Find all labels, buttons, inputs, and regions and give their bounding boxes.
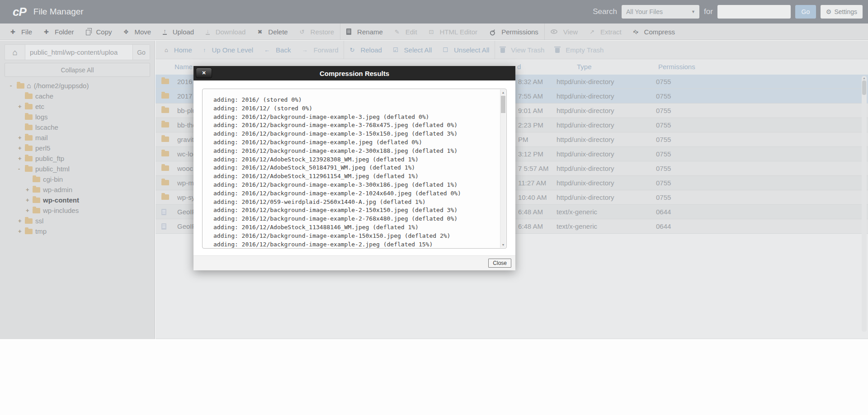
tree-item-label: tmp [35, 227, 47, 235]
tree-item[interactable]: + etc [0, 101, 155, 112]
tree-item[interactable]: + ssl [0, 216, 155, 226]
folder-icon [25, 229, 33, 234]
home-icon: ⌂ [165, 47, 168, 53]
column-permissions[interactable]: Permissions [658, 63, 695, 71]
settings-button[interactable]: ⚙Settings [821, 5, 863, 19]
nav-button-label: Back [276, 46, 291, 54]
collapse-all-button[interactable]: Collapse All [5, 63, 150, 77]
path-input[interactable] [25, 44, 133, 60]
file-type-value: httpd/unix-directory [557, 193, 614, 201]
toolbar-button-label: Folder [55, 28, 74, 36]
close-icon[interactable]: ✕ [196, 68, 212, 78]
tree-expander-icon[interactable]: + [18, 228, 25, 235]
column-last-modified-remnant[interactable]: d [517, 63, 521, 71]
toolbar-button[interactable]: ✚ Folder [38, 24, 80, 40]
log-scrollbar[interactable]: ▲ ▼ [500, 90, 506, 248]
scrollbar-thumb[interactable] [862, 80, 866, 95]
tree-item-icons [25, 229, 33, 234]
tree-expander-icon[interactable]: + [26, 197, 33, 203]
nav-button[interactable]: ← Back [259, 41, 296, 59]
tree-item[interactable]: + mail [0, 132, 155, 143]
path-go-button[interactable]: Go [133, 44, 150, 60]
tree-item[interactable]: + perl5 [0, 143, 155, 153]
scroll-up-icon[interactable]: ▲ [863, 76, 866, 80]
permissions-value: 0755 [656, 121, 671, 129]
tree-expander-icon[interactable]: - [10, 82, 17, 89]
tree-item[interactable]: - public_html [0, 164, 155, 174]
file-type-value: httpd/unix-directory [557, 121, 614, 129]
tree-item-label: wp-admin [43, 186, 72, 193]
toolbar-button[interactable]: ↓ Download [200, 24, 251, 40]
nav-button[interactable]: ↻ Reload [344, 41, 387, 59]
tree-item[interactable]: + wp-content [0, 195, 155, 205]
forward-icon: → [302, 47, 307, 53]
toolbar-button-label: Delete [268, 28, 288, 36]
tree-expander-icon[interactable]: + [18, 103, 25, 110]
column-type[interactable]: Type [577, 63, 592, 71]
scroll-up-icon[interactable]: ▲ [500, 90, 506, 95]
modal-footer: Close [193, 255, 515, 270]
toolbar-button[interactable]: View [544, 24, 584, 40]
toolbar-button[interactable]: Rename [340, 24, 389, 40]
search-scope-value: All Your Files [626, 8, 663, 15]
tree-item[interactable]: + public_ftp [0, 153, 155, 164]
log-line: adding: 2016/12/background-image-example… [213, 189, 506, 198]
toolbar-button[interactable]: ✎ Edit [389, 24, 423, 40]
nav-button[interactable]: → Forward [296, 41, 344, 59]
tree-expander-icon[interactable]: + [18, 217, 25, 224]
toolbar-button[interactable]: ↗ Extract [584, 24, 627, 40]
toolbar-button[interactable]: Copy [80, 24, 118, 40]
log-line: adding: 2016/ (stored 0%) [213, 96, 506, 104]
row-icon [161, 223, 166, 230]
scrollbar-thumb[interactable] [501, 96, 505, 113]
toolbar-button[interactable]: ↑ Upload [157, 24, 200, 40]
toolbar-button[interactable]: ✖ Delete [251, 24, 293, 40]
nav-button-label: Forward [313, 46, 338, 54]
log-line: adding: 2016/12/AdobeStock_113488146_WM.… [213, 223, 506, 232]
tree-item[interactable]: + wp-admin [0, 184, 155, 195]
up-icon: ↑ [203, 47, 206, 53]
toolbar-button[interactable]: ↺ Restore [294, 24, 340, 40]
row-icon [161, 165, 169, 171]
close-button[interactable]: Close [488, 259, 511, 268]
toolbar-button-icon [86, 28, 90, 35]
tree-item[interactable]: - ⌂ (/home2/guppsdo) [0, 80, 155, 91]
toolbar-button-icon: ✖ [257, 29, 262, 35]
plus-icon: ✚ [10, 29, 15, 35]
nav-button[interactable]: ↑ Up One Level [198, 41, 259, 59]
tree-expander-icon[interactable]: + [18, 134, 25, 141]
search-go-button[interactable]: Go [795, 5, 816, 19]
tree-item[interactable]: + tmp [0, 226, 155, 236]
nav-button[interactable]: ⌂ Home [159, 41, 198, 59]
toolbar-button[interactable]: Permissions [483, 24, 544, 40]
nav-button[interactable]: View Trash [495, 41, 550, 59]
tree-item[interactable]: lscache [0, 122, 155, 132]
folder-icon [25, 156, 33, 161]
search-scope-select[interactable]: All Your Files ▼ [622, 5, 699, 19]
tree-item-icons [33, 187, 40, 193]
tree-item[interactable]: + wp-includes [0, 205, 155, 216]
tree-item[interactable]: cache [0, 91, 155, 101]
toolbar-button[interactable]: ⇄ Compress [627, 24, 681, 40]
toolbar-button[interactable]: ✥ Move [118, 24, 157, 40]
toolbar-button[interactable]: ✚ File [5, 24, 38, 40]
search-input[interactable] [717, 5, 791, 19]
tree-expander-icon[interactable]: + [26, 207, 33, 214]
toolbar-button[interactable]: ⊡ HTML Editor [423, 24, 484, 40]
nav-button[interactable]: ☐ Unselect All [437, 41, 495, 59]
tree-expander-icon[interactable]: + [18, 155, 25, 162]
chevron-down-icon: ▼ [691, 9, 695, 14]
tree-expander-icon[interactable]: - [18, 165, 25, 172]
file-type-value: httpd/unix-directory [557, 179, 614, 187]
tree-expander-icon[interactable]: + [26, 186, 33, 193]
nav-button[interactable]: ☑ Select All [387, 41, 437, 59]
column-name[interactable]: Name [175, 63, 193, 71]
tree-item[interactable]: logs [0, 112, 155, 122]
tree-expander-icon[interactable]: + [18, 145, 25, 151]
scroll-down-icon[interactable]: ▼ [500, 242, 506, 248]
key-icon [488, 27, 497, 36]
tree-item[interactable]: cgi-bin [0, 174, 155, 184]
vertical-scrollbar[interactable]: ▲ [862, 76, 867, 332]
path-home-button[interactable]: ⌂ [5, 44, 25, 60]
nav-button[interactable]: Empty Trash [550, 41, 609, 59]
